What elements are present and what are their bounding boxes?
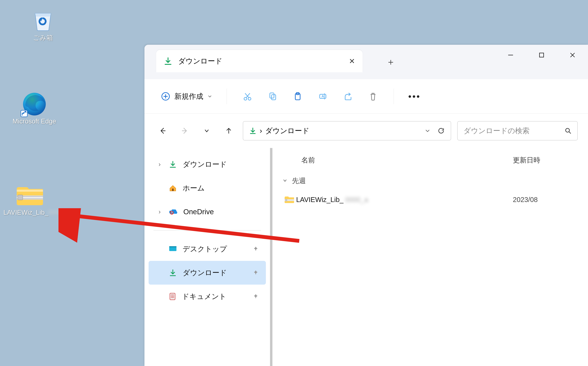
svg-rect-33 [169, 246, 177, 247]
maximize-button[interactable] [526, 45, 557, 65]
pin-icon[interactable] [253, 269, 258, 277]
forward-button[interactable] [177, 123, 193, 139]
download-icon [169, 269, 177, 277]
zip-label: LAVIEWiz_Lib_0000 [3, 209, 55, 216]
desktop-icon-zip[interactable]: LAVIEWiz_Lib_0000 [3, 184, 55, 216]
sidebar-item-home[interactable]: ホーム [149, 176, 266, 200]
paste-button[interactable] [287, 88, 308, 105]
svg-text:A: A [321, 94, 324, 99]
download-icon [169, 160, 177, 168]
plus-circle-icon [161, 92, 170, 101]
address-bar[interactable]: › ダウンロード [243, 121, 451, 140]
sidebar-label: ホーム [183, 183, 205, 193]
up-button[interactable] [221, 123, 237, 139]
separator [227, 89, 227, 104]
zip-file-icon [283, 196, 296, 203]
chevron-down-icon[interactable] [425, 128, 431, 134]
sidebar: › ダウンロード ホーム › OneDrive デスクトップ ダウ [144, 148, 270, 366]
svg-rect-6 [18, 195, 23, 200]
tab-close-button[interactable]: ✕ [349, 57, 355, 65]
toolbar: 新規作成 A ••• [144, 79, 588, 114]
breadcrumb-location[interactable]: ダウンロード [265, 126, 309, 136]
tab-downloads[interactable]: ダウンロード ✕ [156, 50, 363, 72]
body: › ダウンロード ホーム › OneDrive デスクトップ ダウ [144, 148, 588, 366]
sidebar-label: ドキュメント [182, 292, 226, 301]
zip-folder-icon [15, 184, 43, 206]
new-button[interactable]: 新規作成 [157, 88, 216, 105]
sidebar-label: ダウンロード [183, 160, 227, 169]
more-button[interactable]: ••• [404, 88, 425, 105]
desktop-icon [169, 245, 177, 252]
back-button[interactable] [155, 123, 171, 139]
download-icon [164, 57, 172, 65]
search-box[interactable]: ダウンロードの検索 [457, 121, 578, 140]
sidebar-quick-documents[interactable]: ドキュメント [149, 285, 266, 308]
nav-row: › ダウンロード ダウンロードの検索 [144, 114, 588, 148]
recent-button[interactable] [199, 123, 215, 139]
sidebar-quick-desktop[interactable]: デスクトップ [149, 237, 266, 261]
separator [153, 230, 261, 231]
copy-button[interactable] [262, 88, 283, 105]
rename-button[interactable]: A [313, 88, 333, 105]
svg-line-28 [569, 132, 571, 134]
paste-icon [293, 92, 302, 101]
svg-point-27 [566, 128, 569, 132]
refresh-icon[interactable] [437, 127, 445, 135]
tab-title: ダウンロード [178, 56, 222, 66]
sidebar-item-onedrive[interactable]: › OneDrive [149, 200, 266, 224]
col-date-header[interactable]: 更新日時 [513, 155, 581, 165]
close-button[interactable] [557, 45, 588, 65]
chevron-right-icon[interactable]: › [156, 208, 163, 215]
sidebar-label: デスクトップ [183, 244, 227, 254]
content-pane: 名前 更新日時 先週 LAVIEWiz_Lib_ 0000_a [270, 148, 588, 366]
documents-icon [169, 292, 176, 300]
edge-icon [21, 93, 48, 115]
sidebar-item-downloads[interactable]: › ダウンロード [149, 152, 266, 176]
file-date: 2023/08 [513, 196, 538, 204]
group-header[interactable]: 先週 [275, 172, 588, 189]
download-icon [249, 127, 257, 135]
delete-button[interactable] [363, 88, 383, 105]
svg-rect-9 [539, 53, 544, 57]
trash-icon [369, 92, 378, 101]
edge-label: Microsoft Edge [9, 118, 60, 125]
share-icon [343, 92, 352, 101]
new-tab-button[interactable]: ＋ [384, 55, 398, 69]
share-button[interactable] [338, 88, 358, 105]
sidebar-label: ダウンロード [183, 268, 227, 278]
desktop-icon-edge[interactable]: Microsoft Edge [9, 93, 60, 125]
sidebar-quick-downloads[interactable]: ダウンロード [149, 261, 266, 285]
new-label: 新規作成 [174, 92, 203, 101]
group-label: 先週 [292, 176, 306, 185]
svg-rect-40 [285, 199, 287, 201]
minimize-button[interactable] [495, 45, 526, 65]
sidebar-label: OneDrive [183, 208, 214, 216]
file-name-redacted: 0000_a [345, 196, 368, 204]
recycle-bin-icon [29, 9, 57, 31]
search-icon [565, 127, 572, 134]
titlebar[interactable]: ダウンロード ✕ ＋ [144, 45, 588, 79]
breadcrumb-sep: › [260, 127, 262, 135]
recycle-bin-label: ごみ箱 [17, 33, 69, 42]
column-headers: 名前 更新日時 [275, 148, 588, 172]
col-name-header[interactable]: 名前 [283, 155, 513, 165]
pin-icon[interactable] [253, 292, 258, 301]
desktop-icon-recycle-bin[interactable]: ごみ箱 [17, 9, 69, 42]
file-row[interactable]: LAVIEWiz_Lib_ 0000_a 2023/08 [275, 189, 588, 210]
chevron-right-icon[interactable]: › [156, 161, 163, 168]
home-icon [169, 184, 177, 192]
pin-icon[interactable] [253, 245, 258, 253]
chevron-down-icon [283, 177, 288, 185]
cut-button[interactable] [237, 88, 258, 105]
svg-rect-30 [172, 189, 174, 191]
file-name: LAVIEWiz_Lib_ [296, 196, 343, 204]
explorer-window: ダウンロード ✕ ＋ 新規作成 A [144, 45, 588, 366]
rename-icon: A [318, 92, 327, 101]
scissors-icon [243, 92, 252, 101]
search-placeholder: ダウンロードの検索 [463, 126, 529, 136]
chevron-down-icon [207, 94, 212, 99]
onedrive-icon [169, 209, 178, 215]
copy-icon [268, 92, 277, 101]
